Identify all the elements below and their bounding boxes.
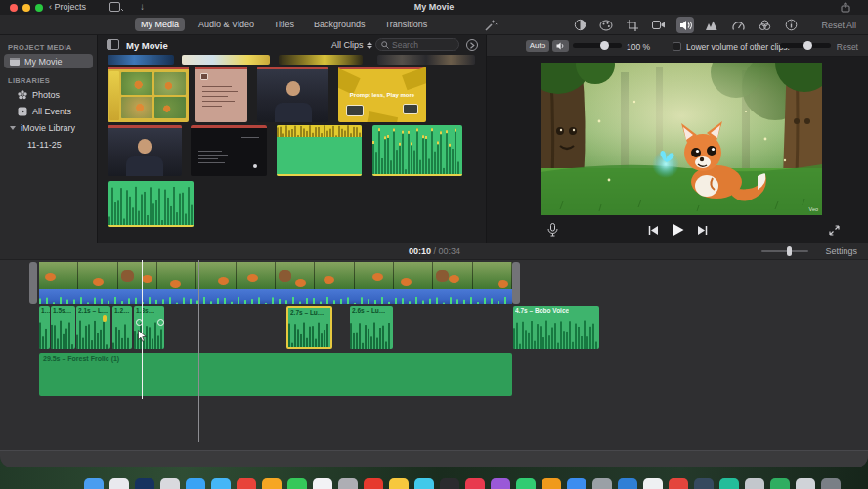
dock-app-icon[interactable] bbox=[592, 478, 612, 489]
dock-app-icon[interactable] bbox=[160, 478, 180, 489]
reset-volume-button[interactable]: Reset bbox=[837, 42, 858, 52]
skip-forward-button[interactable] bbox=[697, 225, 708, 236]
search-input[interactable]: Search bbox=[375, 38, 459, 51]
speed-icon[interactable] bbox=[729, 17, 747, 33]
tab-audio-video[interactable]: Audio & Video bbox=[193, 18, 260, 31]
dock-app-icon[interactable] bbox=[211, 478, 231, 489]
media-thumbnail-notes-slide[interactable] bbox=[195, 67, 247, 122]
sidebar-item-all-events[interactable]: All Events bbox=[4, 104, 93, 118]
sidebar-item-imovie-library[interactable]: iMovie Library bbox=[4, 120, 93, 135]
zoom-slider-knob[interactable] bbox=[787, 246, 792, 256]
media-thumbnail-fox-collage[interactable] bbox=[108, 67, 189, 122]
mute-button[interactable] bbox=[552, 40, 569, 52]
trim-handle-left[interactable] bbox=[29, 262, 37, 304]
tab-transitions[interactable]: Transitions bbox=[379, 18, 434, 31]
dock-app-icon[interactable] bbox=[414, 478, 434, 489]
dock-app-icon[interactable] bbox=[109, 478, 129, 489]
stabilization-icon[interactable] bbox=[650, 17, 668, 33]
audio-clip[interactable]: 1.3s… bbox=[134, 306, 164, 349]
dock-app-icon[interactable] bbox=[389, 478, 409, 489]
volume-icon[interactable] bbox=[676, 17, 694, 33]
media-thumbnail-audio-clip[interactable] bbox=[108, 181, 194, 227]
audio-clip[interactable]: 2.1s – L… bbox=[76, 306, 110, 349]
ducking-slider-knob[interactable] bbox=[803, 41, 812, 50]
media-thumbnail-audio-clip[interactable] bbox=[372, 125, 462, 176]
dock-app-icon[interactable] bbox=[313, 478, 332, 489]
dock-app-icon[interactable] bbox=[821, 478, 841, 489]
media-thumbnail[interactable] bbox=[279, 55, 363, 65]
clip-filter-icon[interactable] bbox=[756, 17, 773, 33]
dock-app-icon[interactable] bbox=[135, 478, 154, 489]
timeline-zoom-slider[interactable] bbox=[761, 250, 808, 252]
dock-app-icon[interactable] bbox=[542, 478, 561, 489]
media-thumbnail-presenter[interactable] bbox=[108, 125, 182, 176]
dock-app-icon[interactable] bbox=[643, 478, 663, 489]
dock-app-icon[interactable] bbox=[516, 478, 536, 489]
dock-app-icon[interactable] bbox=[770, 478, 790, 489]
video-clip-filmstrip[interactable] bbox=[39, 262, 512, 289]
dock-app-icon[interactable] bbox=[287, 478, 307, 489]
sidebar-toggle-icon[interactable] bbox=[107, 39, 119, 50]
audio-clip-selected[interactable]: 2.7s – Lu… bbox=[286, 306, 332, 349]
dock-app-icon[interactable] bbox=[745, 478, 764, 489]
fade-handle-left[interactable] bbox=[136, 319, 143, 326]
dock-app-icon[interactable] bbox=[364, 478, 383, 489]
tab-backgrounds[interactable]: Backgrounds bbox=[308, 18, 371, 31]
volume-slider[interactable] bbox=[573, 43, 622, 48]
dock-app-icon[interactable] bbox=[618, 478, 637, 489]
media-thumbnail[interactable] bbox=[377, 55, 475, 65]
media-thumbnail-screen-recording[interactable] bbox=[191, 125, 267, 176]
dock-app-icon[interactable] bbox=[84, 478, 104, 489]
tab-my-media[interactable]: My Media bbox=[135, 18, 185, 31]
noise-reduction-icon[interactable] bbox=[703, 17, 720, 33]
trim-handle-right[interactable] bbox=[512, 262, 520, 304]
sidebar-item-my-movie[interactable]: My Movie bbox=[4, 54, 93, 68]
audio-clip[interactable]: 1.2… bbox=[112, 306, 132, 349]
media-thumbnail-audio-clip[interactable] bbox=[277, 125, 362, 176]
dock-app-icon[interactable] bbox=[262, 478, 282, 489]
timeline-settings-button[interactable]: Settings bbox=[825, 246, 857, 256]
media-thumbnail-yellow-slide[interactable]: Prompt less, Play more bbox=[338, 67, 426, 122]
share-icon[interactable] bbox=[841, 2, 850, 13]
enhance-wand-icon[interactable] bbox=[484, 19, 498, 32]
audio-clip-bobo-voice[interactable]: 4.7s – Bobo Voice bbox=[513, 306, 599, 349]
dock-app-icon[interactable] bbox=[237, 478, 256, 489]
beat-marker[interactable] bbox=[103, 315, 107, 322]
video-clip-audio-track[interactable] bbox=[39, 289, 512, 304]
lower-volume-checkbox[interactable] bbox=[673, 42, 681, 51]
media-thumbnail[interactable] bbox=[108, 55, 174, 65]
music-clip[interactable]: 29.5s – Forest Frolic (1) bbox=[39, 353, 512, 396]
dock-app-icon[interactable] bbox=[491, 478, 510, 489]
dock-app-icon[interactable] bbox=[567, 478, 586, 489]
dock-app-icon[interactable] bbox=[465, 478, 485, 489]
sidebar-item-library-date[interactable]: 11-11-25 bbox=[4, 137, 93, 152]
dock-app-icon[interactable] bbox=[338, 478, 358, 489]
dock-app-icon[interactable] bbox=[186, 478, 205, 489]
color-correction-icon[interactable] bbox=[597, 17, 615, 33]
play-button[interactable] bbox=[672, 223, 684, 237]
clip-information-icon[interactable] bbox=[782, 17, 800, 33]
media-thumbnail-presenter[interactable] bbox=[257, 67, 328, 122]
reset-all-button[interactable]: Reset All bbox=[821, 21, 856, 30]
color-balance-icon[interactable] bbox=[571, 17, 588, 33]
all-clips-filter[interactable]: All Clips bbox=[331, 40, 372, 50]
audio-clip[interactable]: 1.5s… bbox=[51, 306, 75, 349]
auto-volume-button[interactable]: Auto bbox=[526, 40, 549, 52]
dock-app-icon[interactable] bbox=[440, 478, 459, 489]
dock-app-icon[interactable] bbox=[694, 478, 714, 489]
disclosure-triangle-icon[interactable] bbox=[10, 126, 16, 130]
continue-arrow-icon[interactable] bbox=[466, 39, 478, 51]
tab-titles[interactable]: Titles bbox=[268, 18, 300, 31]
skip-back-button[interactable] bbox=[648, 225, 659, 236]
dock-app-icon[interactable] bbox=[719, 478, 739, 489]
volume-slider-knob[interactable] bbox=[600, 41, 609, 50]
audio-clip[interactable]: 2.6s – Lu… bbox=[350, 306, 393, 349]
media-thumbnail[interactable] bbox=[182, 55, 270, 65]
crop-icon[interactable] bbox=[624, 17, 641, 33]
dock-app-icon[interactable] bbox=[669, 478, 688, 489]
sidebar-item-photos[interactable]: Photos bbox=[4, 87, 93, 102]
fullscreen-icon[interactable] bbox=[828, 224, 841, 237]
ducking-slider[interactable] bbox=[780, 43, 831, 48]
fade-handle-right[interactable] bbox=[157, 319, 164, 326]
audio-clip[interactable]: 1… bbox=[39, 306, 50, 349]
